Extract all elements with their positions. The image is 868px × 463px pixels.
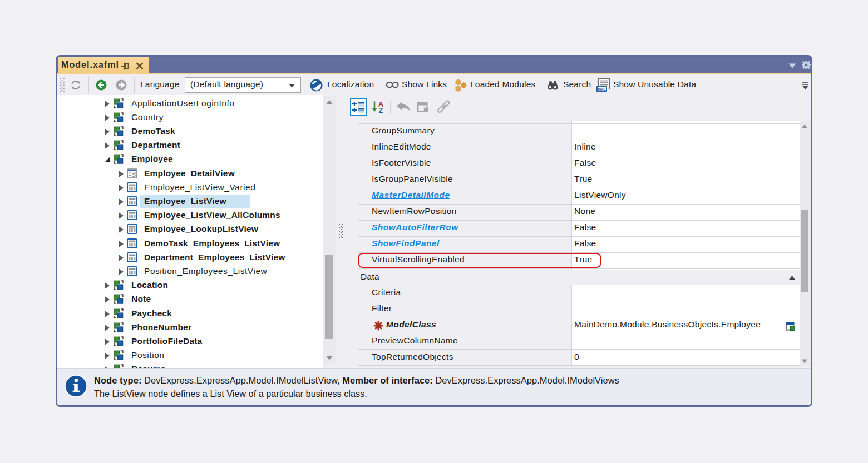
svg-text:XML: XML — [598, 87, 606, 91]
svg-text:Z: Z — [379, 106, 383, 113]
